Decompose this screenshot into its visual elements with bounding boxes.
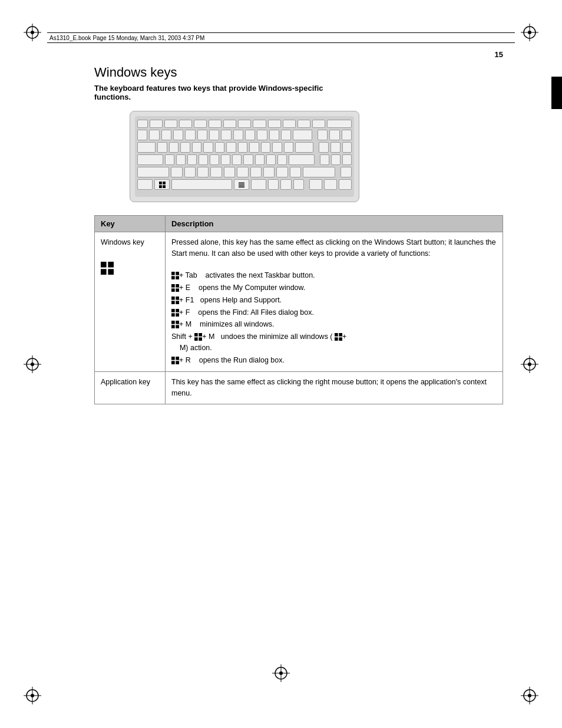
svg-rect-62 <box>199 338 203 341</box>
col-header-desc: Description <box>166 216 503 232</box>
svg-rect-52 <box>176 309 179 312</box>
svg-rect-42 <box>176 276 179 280</box>
svg-rect-50 <box>176 301 179 304</box>
svg-rect-47 <box>171 297 175 300</box>
svg-rect-65 <box>335 338 338 341</box>
reg-mark-top-left <box>24 24 41 41</box>
reg-mark-bottom-right <box>521 687 538 704</box>
svg-rect-29 <box>163 182 166 185</box>
svg-rect-31 <box>163 185 166 188</box>
svg-rect-67 <box>171 357 175 360</box>
svg-rect-34 <box>239 186 244 187</box>
svg-rect-37 <box>101 269 107 275</box>
svg-rect-44 <box>176 284 179 288</box>
win-icon-f1 <box>171 297 179 304</box>
svg-rect-59 <box>194 333 198 337</box>
svg-rect-58 <box>176 325 179 329</box>
section-subtitle: The keyboard features two keys that prov… <box>94 84 342 101</box>
svg-rect-64 <box>339 333 342 337</box>
win-icon-e <box>171 284 179 292</box>
reg-mark-mid-left <box>24 355 41 373</box>
svg-rect-46 <box>176 289 179 292</box>
svg-point-19 <box>31 363 34 366</box>
windows-key-description: Pressed alone, this key has the same eff… <box>166 232 503 372</box>
svg-rect-57 <box>171 325 175 329</box>
svg-rect-56 <box>176 321 179 324</box>
svg-rect-45 <box>171 289 175 292</box>
keyboard-inner <box>135 116 354 197</box>
svg-rect-49 <box>171 301 175 304</box>
header-bar: As1310_E.book Page 15 Monday, March 31, … <box>47 32 515 43</box>
reg-mark-top-right <box>521 24 538 41</box>
svg-rect-68 <box>176 357 179 360</box>
svg-rect-61 <box>194 338 198 341</box>
svg-point-7 <box>528 31 531 34</box>
key-name-application: Application key <box>95 372 166 404</box>
svg-rect-48 <box>176 297 179 300</box>
svg-rect-63 <box>335 333 338 337</box>
svg-rect-28 <box>159 182 162 185</box>
svg-rect-36 <box>108 262 114 268</box>
page-number: 15 <box>495 50 503 59</box>
keyboard-image <box>130 111 359 202</box>
svg-rect-35 <box>101 262 107 268</box>
windows-logo-icon <box>101 262 114 275</box>
win-icon-r <box>171 357 179 364</box>
win-icon-shift-m <box>194 333 202 341</box>
svg-point-3 <box>31 31 34 34</box>
reg-mark-bottom-left <box>24 687 41 704</box>
reg-mark-mid-right <box>521 355 538 373</box>
svg-rect-60 <box>199 333 203 337</box>
win-icon-m <box>171 321 179 328</box>
svg-rect-40 <box>176 272 179 275</box>
svg-rect-39 <box>171 272 175 275</box>
svg-point-23 <box>528 363 531 366</box>
win-icon-f <box>171 309 179 317</box>
svg-rect-41 <box>171 276 175 280</box>
svg-rect-30 <box>159 185 162 188</box>
win-icon-shift-m2 <box>335 333 342 341</box>
windows-keys-table: Key Description Windows key P <box>94 215 503 404</box>
svg-rect-43 <box>171 284 175 288</box>
table-row: Windows key Pressed alone, this key has … <box>95 232 503 372</box>
reg-mark-bottom-center <box>272 664 290 684</box>
header-text: As1310_E.book Page 15 Monday, March 31, … <box>49 35 204 41</box>
svg-rect-33 <box>239 185 244 186</box>
svg-rect-53 <box>171 313 175 317</box>
svg-rect-66 <box>339 338 342 341</box>
svg-rect-51 <box>171 309 175 312</box>
application-key-description: This key has the same effect as clicking… <box>166 372 503 404</box>
svg-point-27 <box>279 671 283 675</box>
svg-rect-70 <box>176 361 179 364</box>
svg-point-11 <box>31 694 34 697</box>
chapter-tab <box>551 77 562 109</box>
section-title: Windows keys <box>94 65 503 80</box>
table-row: Application key This key has the same ef… <box>95 372 503 404</box>
svg-point-15 <box>528 694 531 697</box>
svg-rect-32 <box>239 183 244 184</box>
key-name-windows: Windows key <box>95 232 166 372</box>
main-content: Windows keys The keyboard features two k… <box>94 65 503 404</box>
win-icon-tab <box>171 272 179 279</box>
svg-rect-38 <box>108 269 114 275</box>
svg-rect-69 <box>171 361 175 364</box>
svg-rect-55 <box>171 321 175 324</box>
svg-rect-54 <box>176 313 179 317</box>
col-header-key: Key <box>95 216 166 232</box>
